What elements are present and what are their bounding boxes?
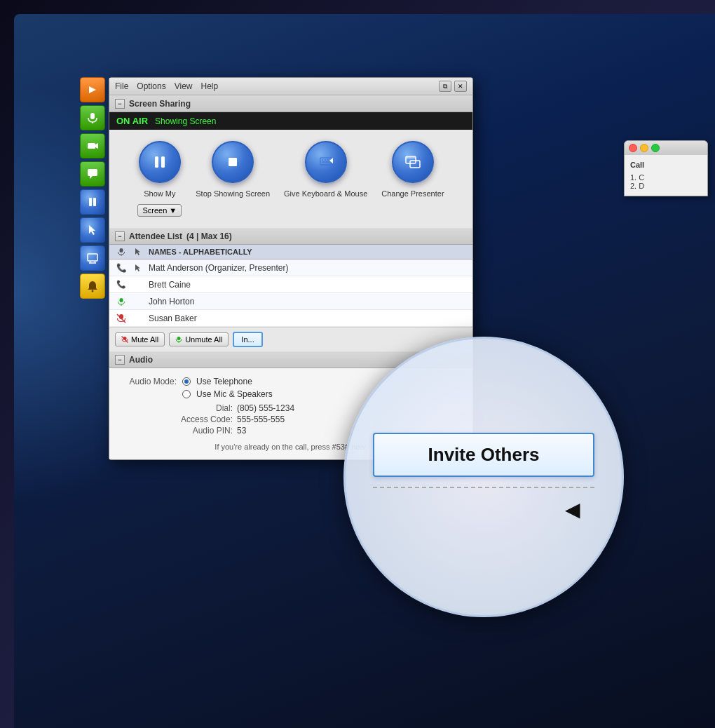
sidebar-pointer-btn[interactable] [80,217,105,243]
svg-rect-4 [88,169,97,176]
controls-area: Show My Screen ▼ Stop Showing Screen [109,130,472,228]
secondary-window: Call 1. C 2. D [624,140,708,196]
cursor-pointer-icon: ◀ [565,498,580,521]
screen-dropdown[interactable]: Screen ▼ [137,204,182,217]
unmute-all-label: Unmute All [185,335,222,344]
access-code-value: 555-555-555 [237,414,285,424]
menu-file[interactable]: File [115,81,128,91]
menu-options[interactable]: Options [137,81,165,91]
unmute-all-button[interactable]: Unmute All [169,332,229,346]
stop-label: Stop Showing Screen [196,189,270,198]
screen-dropdown-text: Screen ▼ [142,206,177,215]
menu-view[interactable]: View [175,81,193,91]
sidebar-next-btn[interactable] [80,77,105,102]
svg-rect-0 [90,113,95,119]
cursor-icon-matt [132,264,144,272]
magnify-overlay: Invite Others ◀ [343,337,624,617]
dial-label: Dial: [177,403,233,413]
attendee-list-header: − Attendee List (4 | Max 16) [109,228,472,245]
attendee-row-matt: 📞 Matt Anderson (Organizer, Presenter) [109,259,472,276]
screen-sharing-title: Screen Sharing [129,99,191,109]
keyboard-button[interactable] [305,141,347,183]
sidebar-pause-btn[interactable] [80,189,105,215]
attendee-row-susan: Susan Baker [109,310,472,327]
showing-screen-label: Showing Screen [155,116,216,126]
dotted-separator [373,487,594,488]
use-mic-radio[interactable] [182,390,191,398]
show-my-label: Show My [144,189,175,198]
screen-sharing-collapse[interactable]: − [115,99,125,109]
attendee-name-brett: Brett Caine [149,280,191,290]
sidebar-mic-btn[interactable] [80,105,105,130]
sidebar-camera-btn[interactable] [80,133,105,159]
svg-point-12 [92,290,94,292]
attendee-list-title: Attendee List [129,231,182,241]
svg-rect-2 [88,143,95,149]
secondary-content: Call 1. C 2. D [625,155,707,196]
audio-title: Audio [129,355,153,365]
menu-bar: File Options View Help [115,81,433,91]
svg-rect-19 [120,248,123,252]
audio-mode-label: Audio Mode: [121,377,177,386]
svg-marker-5 [90,176,93,179]
left-sidebar [42,77,105,299]
header-cursor-icon [132,248,144,256]
invite-others-button[interactable]: Invite Others [373,433,594,477]
pause-button[interactable] [139,141,181,183]
attendee-row-brett: 📞 Brett Caine [109,276,472,293]
attendee-buttons: Mute All Unmute All In... [109,327,472,351]
use-mic-label: Use Mic & Speakers [196,389,273,399]
stop-button[interactable] [212,141,254,183]
phone-icon-brett: 📞 [115,280,128,289]
menu-help[interactable]: Help [201,81,219,91]
header-mic-icon [115,248,128,256]
attendee-name-susan: Susan Baker [149,314,197,323]
sec-close-btn[interactable] [629,144,637,152]
attendee-header-row: NAMES - ALPHABETICALLY [109,245,472,259]
title-bar-controls: ⧉ ✕ [439,81,467,92]
keyboard-mouse-control: Give Keyboard & Mouse [284,141,367,198]
mute-all-label: Mute All [131,335,158,344]
presenter-label: Change Presenter [381,189,444,198]
dial-value: (805) 555-1234 [237,403,294,413]
sidebar-notify-btn[interactable] [80,274,105,299]
attendee-name-matt: Matt Anderson (Organizer, Presenter) [149,263,288,273]
audio-pin-value: 53 [237,426,246,436]
call-item-2: 2. D [630,182,702,190]
presenter-button[interactable] [392,141,434,183]
attendee-collapse[interactable]: − [115,231,125,241]
phone-icon-matt: 📞 [115,263,128,273]
svg-marker-3 [95,143,98,149]
attendee-name-john: John Horton [149,297,194,306]
restore-button[interactable]: ⧉ [439,81,451,92]
audio-collapse[interactable]: − [115,355,125,365]
call-title: Call [630,161,702,169]
keyboard-label: Give Keyboard & Mouse [284,189,367,198]
sidebar-chat-btn[interactable] [80,161,105,187]
close-button[interactable]: ✕ [454,81,467,92]
svg-rect-7 [93,198,96,206]
svg-rect-27 [177,337,181,340]
stop-showing-control: Stop Showing Screen [196,141,270,198]
svg-rect-17 [410,161,420,168]
attendee-row-john: John Horton [109,293,472,310]
sec-min-btn[interactable] [640,144,648,152]
mute-all-button[interactable]: Mute All [115,332,165,346]
svg-rect-6 [89,198,92,206]
mic-icon-john [115,297,128,306]
invite-others-button-small[interactable]: In... [233,332,262,347]
title-bar: File Options View Help ⧉ ✕ [109,78,472,95]
svg-rect-8 [88,254,97,261]
svg-rect-14 [161,156,165,168]
sec-max-btn[interactable] [651,144,660,152]
svg-rect-13 [155,156,158,168]
call-item-1: 1. C [630,173,702,182]
audio-pin-label: Audio PIN: [177,426,233,436]
show-my-screen-control: Show My Screen ▼ [137,141,182,217]
use-telephone-radio[interactable] [182,377,191,386]
sidebar-screen-btn[interactable] [80,245,105,271]
secondary-titlebar [625,141,707,155]
attendee-count: (4 | Max 16) [186,231,232,241]
invite-label-small: In... [241,335,254,344]
attendee-header-text: NAMES - ALPHABETICALLY [149,248,252,256]
